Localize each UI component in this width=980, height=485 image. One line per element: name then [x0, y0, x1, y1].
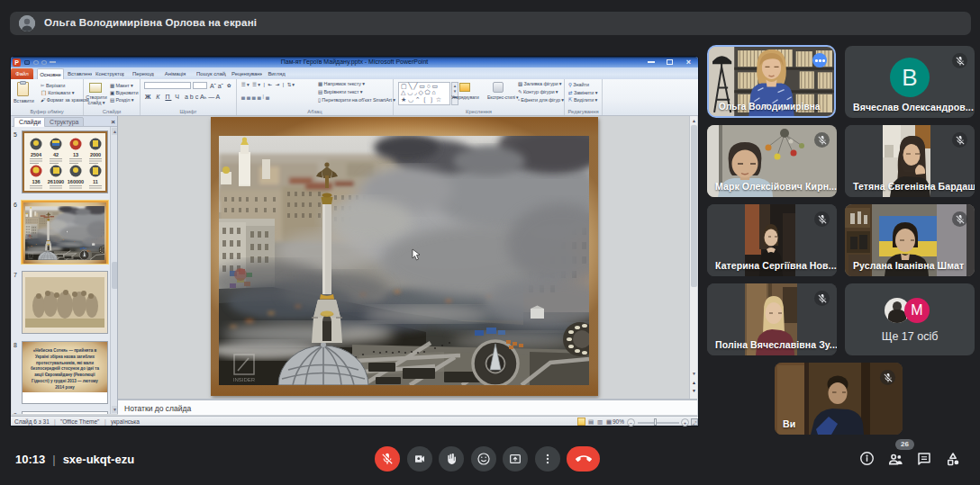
- svg-text:2000: 2000: [90, 152, 101, 157]
- svg-text:11: 11: [93, 179, 98, 184]
- svg-text:136: 136: [32, 179, 40, 184]
- svg-text:2504: 2504: [31, 152, 42, 157]
- svg-text:42: 42: [53, 152, 59, 157]
- svg-text:261090: 261090: [48, 179, 64, 184]
- svg-text:13: 13: [73, 152, 78, 157]
- svg-text:160000: 160000: [68, 179, 84, 184]
